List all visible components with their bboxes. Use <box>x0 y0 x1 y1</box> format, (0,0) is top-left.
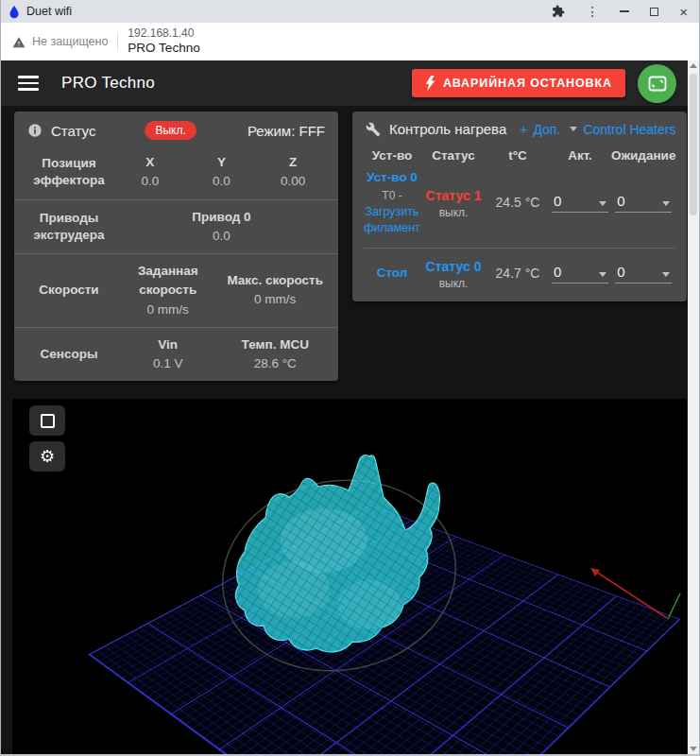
drive0-value: 0.0 <box>114 227 329 246</box>
extruder-drives-row: Приводы экструдера Привод 00.0 <box>14 199 338 254</box>
connection-status-icon <box>648 76 667 92</box>
url-text: 192.168.1.40 <box>128 26 199 41</box>
not-secure-warning-icon <box>12 36 26 48</box>
heater-panel-title: Контроль нагрева <box>389 121 506 137</box>
col-active: Акт. <box>549 148 611 163</box>
axis-y-value: 0.0 <box>186 172 258 191</box>
menu-hamburger-icon[interactable] <box>18 76 41 91</box>
axis-y-header: Y <box>186 153 258 172</box>
heater0-temp: 24.7 °C <box>487 266 549 281</box>
heaters-table: Уст-во Статус t°C Акт. Ожидание Уст-во 0… <box>352 143 687 301</box>
mesh-object-overlay <box>12 399 687 754</box>
load-filament-link[interactable]: Загрузить филамент <box>364 204 420 236</box>
mcu-temp-value: 28.6 °C <box>222 354 330 373</box>
tool0-active-temp-select[interactable]: 0 <box>552 192 608 213</box>
bed-active-temp-select[interactable]: 0 <box>552 263 608 284</box>
tool0-note: T0 - <box>364 187 420 204</box>
gear-icon: ⚙ <box>40 448 55 465</box>
chevron-down-icon <box>662 201 670 206</box>
heater1-temp: 24.5 °C <box>487 195 549 210</box>
vin-header: Vin <box>114 335 222 354</box>
axes-indicator <box>590 568 680 619</box>
wrench-icon <box>366 122 381 137</box>
scroll-down-arrow[interactable] <box>690 747 697 751</box>
chevron-down-icon <box>570 127 577 131</box>
heaters-table-header: Уст-во Статус t°C Акт. Ожидание <box>364 145 675 164</box>
site-name: PRO Techno <box>128 41 199 57</box>
emergency-stop-button[interactable]: АВАРИЙНАЯ ОСТАНОВКА <box>412 69 625 97</box>
scroll-up-arrow[interactable] <box>690 63 697 68</box>
scrollbar-thumb[interactable] <box>690 74 697 215</box>
requested-speed-value: 0 mm/s <box>114 301 222 319</box>
connect-button[interactable] <box>638 64 676 103</box>
duet-drop-favicon <box>9 5 20 19</box>
minimize-button[interactable] <box>620 10 629 12</box>
viewer-settings-button[interactable]: ⚙ <box>29 441 65 472</box>
titlebar: Duet wifi ⋮ × <box>1 0 699 23</box>
mcu-temp-header: Темп. MCU <box>222 335 330 354</box>
machine-state-badge: Выкл. <box>145 121 196 140</box>
heater0-state: выкл. <box>420 277 487 290</box>
bed-link[interactable]: Стол <box>364 264 420 283</box>
drive0-header: Привод 0 <box>114 208 329 227</box>
sensors-row: Сенсоры Vin0.1 V Темп. MCU28.6 °C <box>14 327 338 382</box>
lightning-bolt-icon <box>425 76 435 91</box>
address-bar[interactable]: Не защищено 192.168.1.40 PRO Techno <box>1 23 699 60</box>
col-status: Статус <box>420 148 487 163</box>
extra-heaters-link[interactable]: Доп. <box>533 122 560 137</box>
chevron-down-icon <box>599 272 606 277</box>
printed-object-mesh <box>220 427 466 654</box>
axis-x-header: X <box>114 153 186 172</box>
url-display[interactable]: 192.168.1.40 PRO Techno <box>128 26 199 57</box>
chevron-down-icon <box>599 201 606 206</box>
window-title: Duet wifi <box>26 5 552 18</box>
heater1-status[interactable]: Статус 1 <box>420 185 487 206</box>
maximize-button[interactable] <box>650 8 658 16</box>
vin-value: 0.1 V <box>114 354 222 373</box>
heater-row-bed: Стол Статус 0 выкл. 24.7 °C 0 <box>364 248 675 301</box>
speeds-row: Скорости Заданная скорость0 mm/s Макс. с… <box>14 253 338 327</box>
browser-menu-icon[interactable]: ⋮ <box>586 5 599 18</box>
axis-z-value: 0.00 <box>257 172 329 191</box>
heater-row-tool0: Уст-во 0 T0 - Загрузить филамент Статус … <box>364 164 675 248</box>
status-panel-header: Статус Выкл. Режим: FFF <box>14 112 338 146</box>
status-panel: Статус Выкл. Режим: FFF Позиция эффектор… <box>14 112 338 381</box>
heater-panel-header: Контроль нагрева + Доп. Control Heaters <box>352 112 687 143</box>
viewer-buttons: ⚙ <box>29 405 65 472</box>
tool0-link[interactable]: Уст-во 0 <box>364 168 420 187</box>
col-temp: t°C <box>487 148 549 163</box>
top-speed-value: 0 mm/s <box>222 290 330 309</box>
heightmap-3d-viewer[interactable]: ⚙ <box>12 399 687 754</box>
col-standby: Ожидание <box>611 148 675 163</box>
info-icon <box>27 123 43 138</box>
status-panel-title: Статус <box>51 123 95 139</box>
tool0-standby-temp-select[interactable]: 0 <box>615 192 672 213</box>
bed-standby-temp-select[interactable]: 0 <box>615 263 672 284</box>
extensions-icon[interactable] <box>552 5 565 18</box>
heater0-status[interactable]: Статус 0 <box>420 256 487 277</box>
duet-web-control-app: PRO Techno АВАРИЙНАЯ ОСТАНОВКА <box>1 60 699 754</box>
dashboard-panels: Статус Выкл. Режим: FFF Позиция эффектор… <box>1 106 688 381</box>
browser-window: Duet wifi ⋮ × Не защищено 192.168.1.40 P… <box>0 0 700 756</box>
mode-label: Режим: FFF <box>248 123 325 139</box>
divider <box>117 33 118 50</box>
machine-name-title: PRO Techno <box>61 74 412 93</box>
axis-z-header: Z <box>257 153 329 172</box>
control-heaters-dropdown[interactable]: Control Heaters <box>570 122 675 137</box>
heater-control-panel: Контроль нагрева + Доп. Control Heaters … <box>352 112 687 301</box>
app-toolbar: PRO Techno АВАРИЙНАЯ ОСТАНОВКА <box>1 60 688 106</box>
close-button[interactable]: × <box>679 5 688 19</box>
requested-speed-header: Заданная скорость <box>114 262 222 301</box>
chevron-down-icon <box>662 272 670 277</box>
col-tool: Уст-во <box>364 148 420 163</box>
z-axis-arrow <box>668 593 680 619</box>
reset-view-button[interactable] <box>29 405 65 436</box>
effector-position-row: Позиция эффектора X0.0 Y0.0 Z0.00 <box>14 146 338 199</box>
page-scrollbar[interactable] <box>688 60 699 754</box>
square-icon <box>41 414 55 428</box>
security-label[interactable]: Не защищено <box>32 35 108 48</box>
control-heaters-link: Control Heaters <box>583 122 675 137</box>
add-extra-heater-link[interactable]: + <box>520 122 527 137</box>
x-axis-arrow <box>596 572 667 618</box>
top-speed-header: Макс. скорость <box>222 271 330 290</box>
